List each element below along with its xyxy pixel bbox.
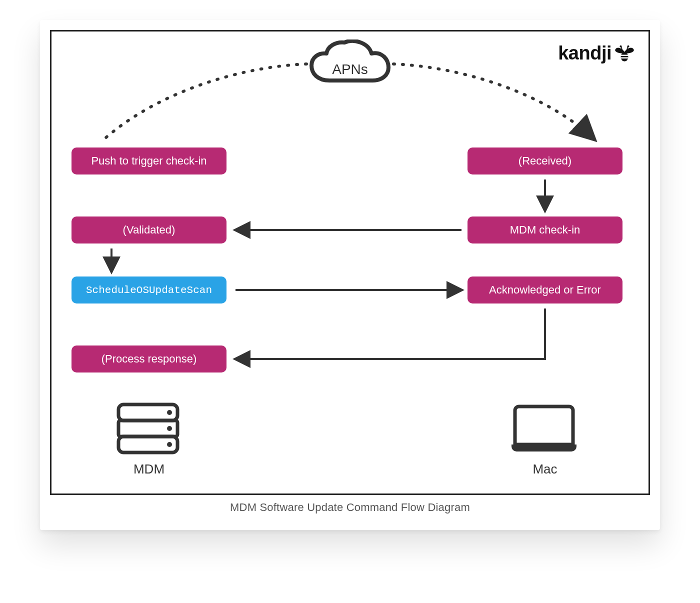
diagram-card: kandji	[40, 20, 660, 530]
box-schedule-os-update-scan: ScheduleOSUpdateScan	[72, 276, 226, 304]
bee-icon	[614, 44, 634, 63]
box-label: (Process response)	[102, 352, 197, 366]
box-validated: (Validated)	[72, 216, 226, 244]
svg-point-5	[620, 45, 622, 47]
svg-point-6	[627, 45, 629, 47]
box-received: (Received)	[468, 148, 622, 174]
brand-logo: kandji	[558, 42, 634, 64]
arrow-ack-to-process	[236, 308, 545, 359]
diagram-frame: kandji	[50, 30, 650, 495]
box-acknowledged-or-error: Acknowledged or Error	[468, 276, 622, 304]
apns-label: APNs	[332, 62, 368, 78]
column-label-mac: Mac	[495, 462, 595, 477]
box-label: (Received)	[518, 154, 572, 168]
page: kandji	[0, 0, 700, 603]
laptop-icon	[506, 400, 582, 456]
column-label-mdm: MDM	[99, 462, 199, 477]
svg-point-0	[621, 52, 628, 61]
svg-rect-2	[621, 57, 628, 58]
svg-point-11	[167, 426, 172, 431]
diagram-caption: MDM Software Update Command Flow Diagram	[40, 501, 660, 514]
box-label: Push to trigger check-in	[91, 154, 206, 168]
box-label: Acknowledged or Error	[489, 284, 601, 296]
arc-apns-left	[102, 64, 306, 142]
box-label: MDM check-in	[510, 224, 580, 236]
svg-point-10	[167, 410, 172, 415]
brand-word: kandji	[558, 42, 612, 64]
box-mdm-check-in: MDM check-in	[468, 216, 622, 244]
apns-node: APNs	[308, 40, 392, 89]
arc-apns-right	[394, 64, 594, 139]
box-label: ScheduleOSUpdateScan	[86, 284, 212, 296]
box-push-to-trigger-check-in: Push to trigger check-in	[72, 148, 226, 174]
server-icon	[116, 402, 180, 456]
svg-point-12	[167, 442, 172, 447]
box-process-response: (Process response)	[72, 346, 226, 372]
svg-rect-1	[621, 54, 628, 56]
box-label: (Validated)	[123, 224, 176, 236]
